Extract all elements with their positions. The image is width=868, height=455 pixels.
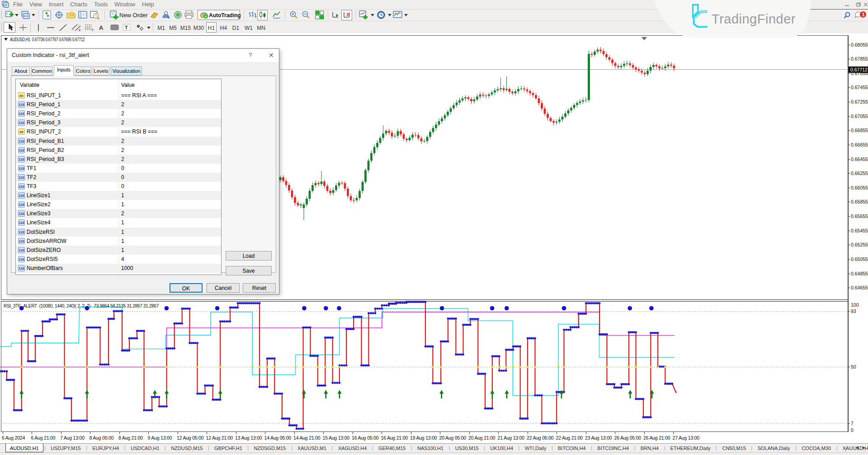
svg-text:1: 1 <box>862 12 865 17</box>
svg-text:TradingFinder: TradingFinder <box>712 12 796 26</box>
